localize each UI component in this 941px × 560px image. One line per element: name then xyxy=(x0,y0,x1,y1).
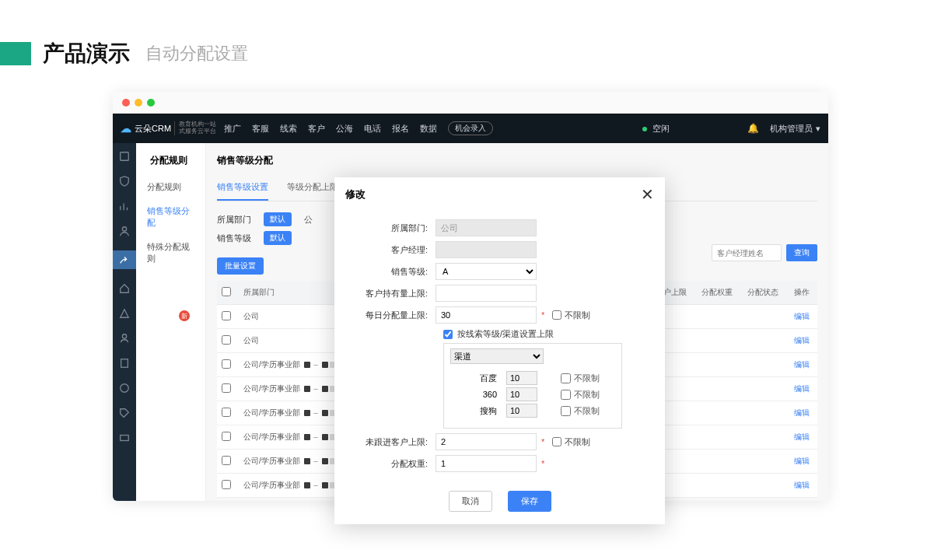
daily-unlimited-checkbox[interactable]: 不限制 xyxy=(552,310,590,321)
channel-limit-input[interactable] xyxy=(506,371,537,385)
rail-document-icon[interactable] xyxy=(119,358,130,369)
row-checkbox[interactable] xyxy=(222,359,231,369)
svg-rect-0 xyxy=(121,152,129,161)
batch-settings-button[interactable]: 批量设置 xyxy=(217,257,264,275)
window-maximize-icon[interactable] xyxy=(147,99,155,107)
filter-dept-value: 公 xyxy=(304,214,313,226)
channel-type-select[interactable]: 渠道 xyxy=(450,348,544,364)
edit-link[interactable]: 编辑 xyxy=(794,312,810,320)
nav-item-customers[interactable]: 客户 xyxy=(308,123,325,135)
edit-link[interactable]: 编辑 xyxy=(794,432,810,441)
edit-link[interactable]: 编辑 xyxy=(794,336,810,345)
channel-limit-input[interactable] xyxy=(506,404,537,418)
svg-point-1 xyxy=(122,227,126,231)
filter-dept-label: 所属部门 xyxy=(217,214,251,226)
logo: ☁ 云朵CRM 教育机构一站式服务云平台 xyxy=(121,121,216,135)
nav-item-promotion[interactable]: 推广 xyxy=(224,123,241,135)
by-channel-checkbox[interactable] xyxy=(443,330,453,339)
logo-text: 云朵CRM xyxy=(135,123,171,135)
nav-item-service[interactable]: 客服 xyxy=(252,123,269,135)
modal-title: 修改 xyxy=(345,187,366,201)
rail-triangle-icon[interactable] xyxy=(119,308,130,319)
row-checkbox[interactable] xyxy=(222,480,231,489)
sidebar-item-sales-level[interactable]: 销售等级分配 xyxy=(136,199,205,235)
svg-point-4 xyxy=(121,384,129,393)
nav-item-data[interactable]: 数据 xyxy=(420,123,437,135)
window-minimize-icon[interactable] xyxy=(135,99,142,107)
rail-message-icon[interactable] xyxy=(119,432,130,443)
rail-shield-icon[interactable] xyxy=(119,176,130,187)
nav-item-phone[interactable]: 电话 xyxy=(364,123,381,135)
save-button[interactable]: 保存 xyxy=(508,491,551,512)
label-daily-limit: 每日分配量上限: xyxy=(350,310,436,321)
window-close-icon[interactable] xyxy=(122,99,130,107)
row-checkbox[interactable] xyxy=(222,432,231,441)
svg-rect-3 xyxy=(121,359,128,368)
nav-item-leads[interactable]: 线索 xyxy=(280,123,297,135)
edit-link[interactable]: 编辑 xyxy=(794,457,810,465)
col-weight: 分配权重 xyxy=(697,281,743,305)
input-manager xyxy=(436,241,537,258)
edit-link[interactable]: 编辑 xyxy=(794,481,810,489)
channel-box: 渠道 百度 不限制360 不限制搜狗 不限制 xyxy=(443,343,622,429)
title-accent-block xyxy=(0,42,31,65)
page-subtitle: 自动分配设置 xyxy=(145,42,248,65)
modal-close-icon[interactable]: ✕ xyxy=(641,185,654,204)
tab-level-settings[interactable]: 销售等级设置 xyxy=(217,175,268,201)
filter-level-default-pill[interactable]: 默认 xyxy=(264,231,292,245)
tab-level-limits[interactable]: 等级分配上限 xyxy=(287,175,338,201)
filter-dept-default-pill[interactable]: 默认 xyxy=(264,212,292,226)
input-weight[interactable] xyxy=(436,455,537,472)
nav-item-signup[interactable]: 报名 xyxy=(392,123,409,135)
row-checkbox[interactable] xyxy=(222,456,231,465)
row-checkbox[interactable] xyxy=(222,408,231,417)
row-checkbox[interactable] xyxy=(222,311,231,320)
row-checkbox[interactable] xyxy=(222,383,231,393)
rail-user-icon[interactable] xyxy=(119,226,130,236)
label-unfollow-limit: 未跟进客户上限: xyxy=(350,436,436,448)
input-hold-limit[interactable] xyxy=(436,285,537,302)
edit-link[interactable]: 编辑 xyxy=(794,408,810,417)
rail-home-icon[interactable] xyxy=(119,283,130,294)
input-daily-limit[interactable] xyxy=(436,306,537,324)
rail-person-icon[interactable] xyxy=(119,333,130,344)
edit-link[interactable]: 编辑 xyxy=(794,360,810,369)
svg-point-2 xyxy=(122,334,126,338)
rail-tag-icon[interactable] xyxy=(119,408,130,418)
notification-bell-icon[interactable]: 🔔 xyxy=(747,123,759,134)
nav-opportunity-button[interactable]: 机会录入 xyxy=(448,121,493,135)
channel-limit-input[interactable] xyxy=(506,387,537,401)
label-manager: 客户经理: xyxy=(350,244,436,256)
rail-dashboard-icon[interactable] xyxy=(119,151,130,162)
input-unfollow-limit[interactable] xyxy=(436,433,537,450)
input-dept xyxy=(436,219,537,236)
rail-phone-icon[interactable] xyxy=(119,383,130,394)
select-level[interactable]: A xyxy=(436,263,537,280)
sidebar-item-rules[interactable]: 分配规则 xyxy=(136,175,205,199)
status-text: 空闲 xyxy=(652,124,670,133)
rail-chart-icon[interactable] xyxy=(119,201,130,212)
logo-mark-icon: ☁ xyxy=(121,122,131,135)
nav-item-pool[interactable]: 公海 xyxy=(336,123,353,135)
search-input[interactable] xyxy=(712,244,782,261)
edit-link[interactable]: 编辑 xyxy=(794,384,810,393)
sidebar-title: 分配规则 xyxy=(136,143,205,175)
window-titlebar xyxy=(113,92,828,114)
col-action: 操作 xyxy=(789,281,817,305)
unfollow-unlimited-checkbox[interactable]: 不限制 xyxy=(552,436,590,448)
channel-unlimited-checkbox[interactable]: 不限制 xyxy=(561,373,600,384)
user-name: 机构管理员 xyxy=(770,123,813,135)
rail-settings-icon[interactable] xyxy=(113,250,136,269)
edit-modal: 修改 ✕ 所属部门: 客户经理: 销售等级: A 客户持有量上限: 每日分配量上… xyxy=(334,177,665,524)
search-button[interactable]: 查询 xyxy=(786,244,817,261)
channel-unlimited-checkbox[interactable]: 不限制 xyxy=(561,405,600,417)
sidebar-item-special[interactable]: 特殊分配规则 xyxy=(136,235,205,271)
select-all-checkbox[interactable] xyxy=(222,287,231,296)
main-tab-title: 销售等级分配 xyxy=(217,143,817,175)
row-checkbox[interactable] xyxy=(222,335,231,345)
cancel-button[interactable]: 取消 xyxy=(449,491,492,512)
channel-row: 360 不限制 xyxy=(450,387,615,401)
sidebar: 分配规则 分配规则 销售等级分配 特殊分配规则 xyxy=(136,143,206,501)
channel-unlimited-checkbox[interactable]: 不限制 xyxy=(561,389,600,401)
user-menu[interactable]: 机构管理员 ▾ xyxy=(770,123,820,135)
